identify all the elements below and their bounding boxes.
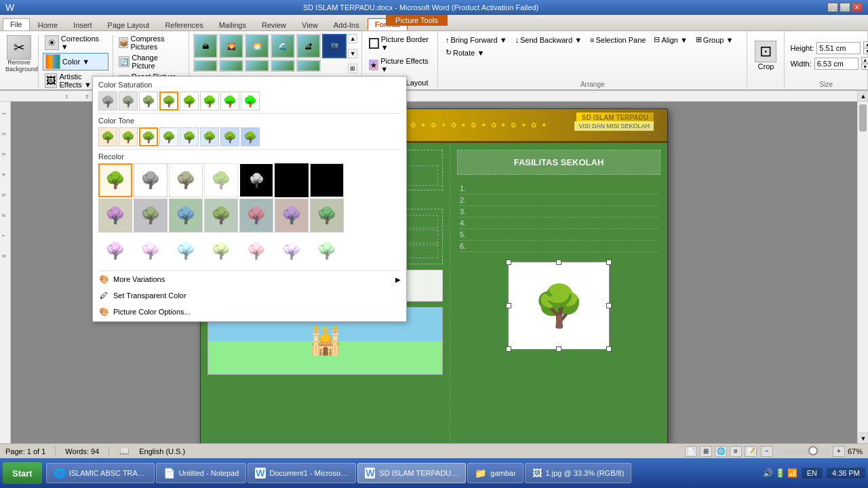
height-up[interactable]: ▲ <box>863 41 868 47</box>
saturation-133[interactable]: 🌳 <box>180 92 199 110</box>
tab-insert[interactable]: Insert <box>66 19 100 30</box>
recolor-pink-acc[interactable]: 🌳 <box>169 234 203 268</box>
close-button[interactable]: ✕ <box>852 3 863 12</box>
tone-10000[interactable]: 🌳 <box>220 127 239 146</box>
picture-color-options-item[interactable]: 🎨 Picture Color Options... <box>93 304 406 321</box>
picture-effects-button[interactable]: ★ Picture Effects ▼ <box>368 56 432 75</box>
saturation-33[interactable]: 🌳 <box>119 92 138 110</box>
width-down[interactable]: ▼ <box>861 64 868 70</box>
scroll-down-button[interactable]: ▼ <box>858 432 868 443</box>
taskbar-item-photo[interactable]: 🖼 1.jpg @ 33.3% (RGB/8) <box>525 463 632 483</box>
taskbar-item-gambar[interactable]: 📁 gambar <box>467 463 523 483</box>
recolor-purple-acc[interactable]: 🌳 <box>239 234 273 268</box>
compress-pictures-button[interactable]: 📦 Compress Pictures <box>117 34 184 52</box>
change-picture-button[interactable]: 🔄 Change Picture <box>117 53 184 70</box>
vertical-scrollbar[interactable]: ▲ ▼ <box>857 91 868 443</box>
recolor-pink[interactable]: 🌳 <box>169 199 203 232</box>
style-thumb-1[interactable]: 🏔 <box>193 34 218 58</box>
handle-tl[interactable] <box>506 260 511 265</box>
clock[interactable]: 4:36 PM <box>827 468 865 479</box>
handle-tc[interactable] <box>556 260 561 265</box>
tab-references[interactable]: References <box>157 19 210 30</box>
style-thumb-5[interactable]: 🏕 <box>296 34 321 58</box>
tab-view[interactable]: View <box>294 19 326 30</box>
view-web-layout[interactable]: 🌐 <box>715 446 727 457</box>
tone-11200[interactable]: 🌳 <box>241 127 260 146</box>
width-input[interactable] <box>814 58 859 70</box>
style-thumb-9[interactable] <box>245 60 269 72</box>
styles-scroll-down[interactable]: ▼ <box>348 49 357 58</box>
recolor-light-blue-acc[interactable]: 🌳 <box>134 234 167 268</box>
spell-check-icon[interactable]: 📖 <box>119 446 130 457</box>
taskbar-item-sdislam[interactable]: W SD ISLAM TERPADU.d... <box>357 463 466 483</box>
set-transparent-item[interactable]: 🖊 Set Transparent Color <box>93 287 406 304</box>
recolor-green[interactable]: 🌳 <box>204 199 238 232</box>
recolor-aqua[interactable]: 🌳 <box>275 199 309 232</box>
sys-icon-1[interactable]: 🔊 <box>763 468 773 478</box>
width-up[interactable]: ▲ <box>861 57 868 63</box>
height-input[interactable] <box>816 42 861 54</box>
recolor-no-recolor[interactable]: 🌳 <box>98 163 132 197</box>
view-draft[interactable]: 📝 <box>745 446 757 457</box>
handle-br[interactable] <box>606 346 612 352</box>
taskbar-item-notepad[interactable]: 📄 Untitled - Notepad <box>156 463 247 483</box>
recolor-aqua-acc[interactable]: 🌳 <box>275 234 309 268</box>
tone-6500[interactable]: 🌳 <box>139 127 158 146</box>
send-backward-button[interactable]: ↓ Send Backward ▼ <box>512 34 586 45</box>
style-thumb-10[interactable] <box>271 60 295 72</box>
recolor-dark-gray[interactable]: 🌳 <box>134 199 167 232</box>
tab-review[interactable]: Review <box>254 19 294 30</box>
style-thumb-3[interactable]: 🌅 <box>245 34 269 58</box>
color-button[interactable]: Color ▼ <box>43 53 108 70</box>
style-thumb-2[interactable]: 🌄 <box>219 34 243 58</box>
language-indicator[interactable]: EN <box>802 468 823 479</box>
sys-icon-3[interactable]: 📶 <box>787 468 797 478</box>
remove-background-button[interactable]: ✂ Remove Background <box>4 34 34 89</box>
bring-forward-button[interactable]: ↑ Bring Forward ▼ <box>442 34 511 45</box>
picture-border-button[interactable]: Picture Border ▼ <box>368 34 432 53</box>
style-thumb-11[interactable] <box>296 60 321 72</box>
rotate-button[interactable]: ↻ Rotate ▼ <box>442 47 488 58</box>
recolor-black-50[interactable]: 🌳 <box>275 163 309 197</box>
more-variations-item[interactable]: 🎨 More Variations ▶ <box>93 271 406 287</box>
handle-tr[interactable] <box>606 260 612 265</box>
selected-image[interactable]: 🌳 <box>508 262 610 350</box>
handle-mr[interactable] <box>606 303 612 308</box>
maximize-button[interactable]: □ <box>840 3 850 12</box>
styles-scroll-up[interactable]: ▲ <box>348 34 357 43</box>
recolor-orange[interactable]: 🌳 <box>310 199 344 232</box>
recolor-washout[interactable]: 🌳 <box>204 163 238 197</box>
styles-more[interactable]: ⊞ <box>348 64 357 73</box>
group-button[interactable]: ⊞ Group ▼ <box>692 34 737 45</box>
align-button[interactable]: ⊟ Align ▼ <box>650 34 690 45</box>
recolor-orange-acc[interactable]: 🌳 <box>310 234 344 268</box>
recolor-black-75[interactable]: 🌳 <box>310 163 344 197</box>
recolor-sepia[interactable]: 🌳 <box>169 163 203 197</box>
zoom-out-button[interactable]: − <box>761 446 773 457</box>
taskbar-item-islamic[interactable]: 🌐 ISLAMIC ABSC TRACT - P... <box>46 463 155 483</box>
sys-icon-2[interactable]: 🔋 <box>775 468 785 478</box>
minimize-button[interactable]: _ <box>827 3 838 12</box>
saturation-0[interactable]: 🌳 <box>98 92 117 110</box>
saturation-200[interactable]: 🌳 <box>220 92 239 110</box>
style-thumb-4[interactable]: 🌊 <box>271 34 295 58</box>
zoom-slider-thumb[interactable] <box>808 446 818 455</box>
corrections-button[interactable]: ☀ Corrections ▼ <box>43 34 108 52</box>
selection-pane-button[interactable]: ≡ Selection Pane <box>587 34 649 45</box>
style-thumb-7[interactable] <box>193 60 218 72</box>
tone-4700[interactable]: 🌳 <box>98 127 117 146</box>
tab-page-layout[interactable]: Page Layout <box>100 19 157 30</box>
taskbar-item-doc1[interactable]: W Document1 - Microsoft ... <box>248 463 356 483</box>
scroll-thumb[interactable] <box>859 104 867 131</box>
tab-add-ins[interactable]: Add-Ins <box>326 19 367 30</box>
window-controls[interactable]: _ □ ✕ <box>827 3 863 12</box>
height-down[interactable]: ▼ <box>863 48 868 54</box>
recolor-green-acc[interactable]: 🌳 <box>204 234 238 268</box>
tone-8200[interactable]: 🌳 <box>180 127 199 146</box>
saturation-100[interactable]: 🌳 <box>159 92 178 110</box>
zoom-slider[interactable] <box>776 448 830 455</box>
style-thumb-8[interactable] <box>219 60 243 72</box>
tone-7200[interactable]: 🌳 <box>159 127 178 146</box>
view-print-layout[interactable]: 📄 <box>685 446 697 457</box>
view-full-screen[interactable]: ⊞ <box>700 446 712 457</box>
